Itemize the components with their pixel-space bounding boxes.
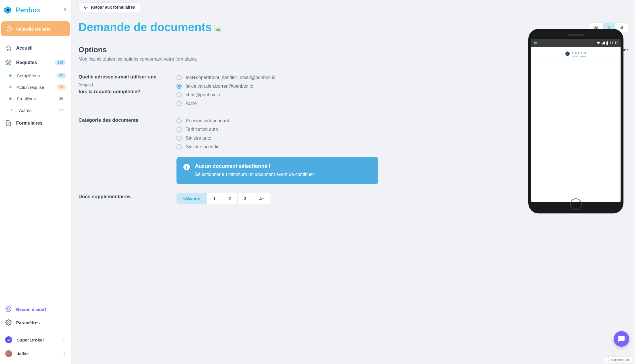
category-option-3[interactable]: Sinistre incendie [176,142,378,151]
category-option-0-label: Pension indépendant [186,118,229,123]
docs-supp-option-2[interactable]: 2 [222,193,238,204]
updown-icon [62,337,66,342]
svg-rect-12 [604,42,605,44]
phone-speaker [567,34,585,36]
wifi-icon [596,41,600,45]
phone-brand-sub: Courtier · Makelaar [572,55,587,57]
updown-icon [62,351,66,356]
radio-icon [176,75,182,80]
docs-supp-option-4[interactable]: 4+ [253,193,271,204]
radio-icon [176,101,182,106]
svg-point-1 [7,9,9,11]
battery-icon [606,41,608,45]
back-button[interactable]: Retour aux formulaires [78,2,140,12]
phone-time: 17 12 [610,41,618,45]
phone-frame: 17 12 SUPER Courtier · Makelaar [528,29,623,213]
alert-icon: ! [183,164,190,170]
docs-supp-option-3[interactable]: 3 [237,193,253,204]
email-option-0-label: test+department_handler_email@penbox.io [186,75,275,80]
nav-completed-count: 47 [57,73,66,78]
email-option-3-label: Autre [186,101,197,106]
phone-screen: 17 12 SUPER Courtier · Makelaar [531,39,621,202]
settings-button[interactable]: Paramètres [2,316,69,329]
broker-switcher[interactable]: Super Broker [2,333,69,347]
brand-name: Penbox [16,6,41,14]
help-button[interactable]: Besoin d'aide? [2,303,69,316]
nav-forms[interactable]: Formulaires [2,116,69,130]
email-required-label: (requis) [78,82,93,87]
nav-drafts-label: Brouillons [17,96,51,101]
docs-supp-option-0[interactable]: <Néant> [176,193,207,204]
alert-title: Aucun document sélectionné ! [195,163,317,169]
radio-icon [176,118,182,123]
chat-icon [618,335,625,343]
nav-others[interactable]: Autres 37 [2,104,69,116]
nav-action[interactable]: Action requise 39 [2,81,69,93]
svg-rect-14 [607,41,608,42]
nav-requests-count: 148 [55,60,66,65]
email-label-line1: Quelle adresse e-mail utiliser une [78,74,156,80]
version-pill: v6 [214,27,222,33]
nav-completed[interactable]: Complétées 47 [2,70,69,81]
category-option-0[interactable]: Pension indépendant [176,117,378,125]
dot-icon [9,74,12,77]
page-title-text: Demande de documents [78,21,212,33]
nav: Accueil Requêtes 148 Complétées 47 Actio… [0,41,71,300]
svg-rect-9 [602,44,602,44]
chevron-right-icon [9,109,14,112]
phone-preview: 17 12 SUPER Courtier · Makelaar [528,29,623,213]
svg-point-6 [7,308,9,310]
home-icon [5,45,12,51]
nav-others-label: Autres [19,108,51,113]
category-option-3-label: Sinistre incendie [186,144,219,149]
statusbar-left-icon [533,41,538,46]
category-options: Pension indépendant Tarification auto Si… [176,117,378,184]
email-option-0[interactable]: test+department_handler_email@penbox.io [176,73,378,82]
user-label: Jelkie [17,351,29,356]
docs-supp-option-1[interactable]: 1 [206,193,222,204]
svg-rect-10 [602,43,603,44]
nav-requests[interactable]: Requêtes 148 [2,55,69,70]
email-option-1[interactable]: jelkie.van.den.borren@penbox.io [176,82,378,91]
nav-home-label: Accueil [16,46,66,51]
category-question-row: Catégorie des documents Pension indépend… [78,117,378,184]
layers-icon [5,59,12,66]
svg-point-7 [7,322,9,323]
options-title: Options [78,45,597,54]
logo-row: Penbox [0,0,71,20]
svg-rect-11 [603,42,604,44]
new-request-button[interactable]: Nouvelle requête [1,21,70,36]
phone-body [531,61,621,202]
collapse-sidebar-button[interactable] [64,7,67,13]
email-label-line2: fois la requête complétée? [78,89,140,94]
docs-supp-label: Docs supplémentaires [78,193,168,204]
sidebar-footer: Besoin d'aide? Paramètres Super Broker J [0,300,71,364]
docs-supp-options: <Néant> 1 2 3 4+ [176,193,378,204]
nav-home[interactable]: Accueil [2,41,69,55]
nav-completed-label: Complétées [17,73,51,78]
svg-rect-13 [606,42,608,45]
category-option-2[interactable]: Sinistre auto [176,134,378,142]
nav-drafts[interactable]: Brouillons 25 [2,93,69,104]
email-option-3[interactable]: Autre [176,99,378,108]
signal-icon [602,42,605,44]
arrow-left-icon [84,5,88,9]
user-switcher[interactable]: Jelkie [2,347,69,361]
nav-forms-label: Formulaires [16,121,66,126]
no-document-alert: ! Aucun document sélectionné ! Sélection… [176,157,378,184]
email-question-label: Quelle adresse e-mail utiliser une (requ… [78,73,168,108]
email-option-2[interactable]: chris@penbox.io [176,91,378,99]
chat-fab[interactable] [614,331,629,347]
nav-requests-label: Requêtes [16,60,50,65]
statusbar-right: 17 12 [596,41,618,45]
gear-icon [5,319,12,326]
phone-app-header: SUPER Courtier · Makelaar [531,47,621,61]
user-avatar-icon [5,350,12,357]
page-title: Demande de documents v6 [78,21,585,34]
category-option-1[interactable]: Tarification auto [176,125,378,134]
nav-action-label: Action requise [17,85,51,90]
broker-label: Super Broker [17,337,44,342]
nav-drafts-count: 25 [57,96,66,102]
svg-point-5 [6,307,11,312]
phone-statusbar: 17 12 [531,39,621,47]
